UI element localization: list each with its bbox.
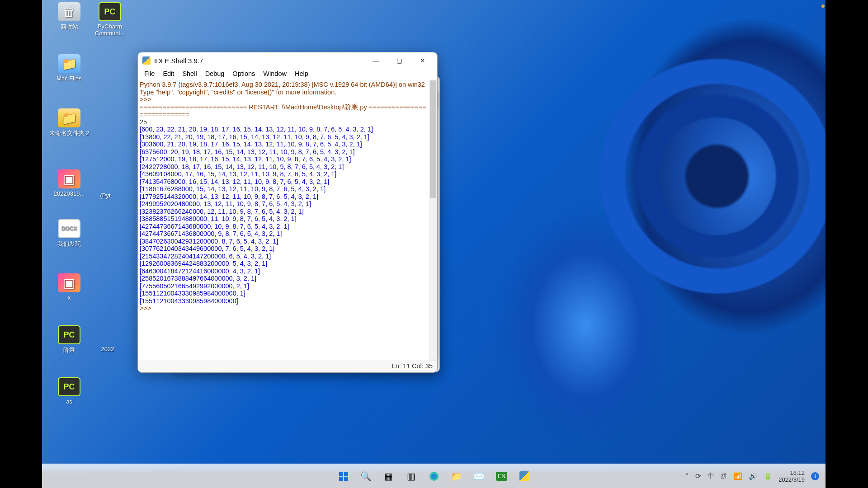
- output-line: [129260083694424883200000, 5, 4, 3, 2, 1…: [140, 260, 267, 267]
- pycharm-icon: PC: [99, 2, 121, 21]
- desktop-icon-jiecheng[interactable]: PC阶乘: [49, 325, 90, 354]
- windows-icon: [338, 471, 349, 482]
- menu-edit[interactable]: Edit: [159, 69, 178, 80]
- battery-icon[interactable]: 🔋: [764, 472, 772, 480]
- widgets-button[interactable]: ▥: [401, 467, 421, 485]
- pycharm-icon: PC: [58, 325, 80, 344]
- ime-en-icon: EN: [496, 472, 507, 481]
- clock-time: 18:12: [778, 469, 805, 476]
- menubar: File Edit Shell Debug Options Window Hel…: [138, 69, 437, 80]
- taskbar-ime[interactable]: EN: [492, 467, 512, 485]
- edge-icon: [429, 471, 439, 482]
- desktop-icon-unnamed-folder[interactable]: 📁未命名文件夹 2: [49, 108, 90, 137]
- mail-icon: ✉️: [473, 471, 485, 482]
- recording-indicator-icon: [821, 5, 825, 8]
- output-line: [32382376266240000, 12, 11, 10, 9, 8, 7,…: [140, 208, 304, 215]
- output-line: [177925144320000, 14, 13, 12, 11, 10, 9,…: [140, 193, 318, 200]
- icon-label: (Pyt: [85, 192, 126, 199]
- titlebar[interactable]: IDLE Shell 3.9.7 — ▢ ✕: [138, 52, 437, 69]
- desktop-icon-2022[interactable]: 2022: [87, 346, 128, 352]
- shell-output[interactable]: Python 3.9.7 (tags/v3.9.7:1016ef3, Aug 3…: [138, 80, 429, 361]
- desktop-icon-pycharm[interactable]: PCPyCharm Communi...: [90, 2, 130, 37]
- ime-indicator[interactable]: 中: [708, 472, 714, 480]
- widgets-icon: ▥: [407, 471, 415, 482]
- sync-icon[interactable]: ⟳: [695, 472, 701, 480]
- svg-rect-3: [344, 477, 348, 481]
- folder-icon: 📁: [451, 471, 462, 482]
- window-title: IDLE Shell 3.9.7: [154, 57, 362, 65]
- minimize-button[interactable]: —: [366, 54, 386, 67]
- output-line: [6375600, 20, 19, 18, 17, 16, 15, 14, 13…: [140, 148, 355, 155]
- idle-shell-window[interactable]: IDLE Shell 3.9.7 — ▢ ✕ File Edit Shell D…: [137, 52, 438, 373]
- user-input: 25: [140, 118, 147, 126]
- docx-icon: DOCX: [58, 219, 80, 238]
- output-line: [11861676288000, 15, 14, 13, 12, 11, 10,…: [140, 185, 326, 192]
- desktop-icon-pyt[interactable]: (Pyt: [85, 192, 126, 199]
- close-button[interactable]: ✕: [413, 54, 433, 67]
- output-line: [2490952020480000, 13, 12, 11, 10, 9, 8,…: [140, 200, 311, 207]
- output-line: [741354768000, 16, 15, 14, 13, 12, 11, 1…: [140, 178, 329, 185]
- volume-icon[interactable]: 🔊: [749, 472, 757, 480]
- taskbar-edge[interactable]: [424, 467, 444, 485]
- output-line: [646300418472124416000000, 4, 3, 2, 1]: [140, 267, 260, 275]
- menu-help[interactable]: Help: [291, 69, 312, 80]
- svg-rect-2: [339, 477, 343, 481]
- output-line: [43609104000, 17, 16, 15, 14, 13, 12, 11…: [140, 170, 336, 178]
- output-line: [3077621040343449600000, 7, 6, 5, 4, 3, …: [140, 245, 274, 252]
- output-line: [4274473667143680000, 10, 9, 8, 7, 6, 5,…: [140, 223, 289, 230]
- output-line: [15511210043330985984000000, 1]: [140, 290, 245, 297]
- search-icon: 🔍: [360, 471, 372, 482]
- desktop-icon-as[interactable]: PCas: [49, 377, 90, 405]
- output-line: [388588515194880000, 11, 10, 9, 8, 7, 6,…: [140, 215, 297, 222]
- menu-options[interactable]: Options: [229, 69, 259, 80]
- desktop[interactable]: 🗑回收站 PCPyCharm Communi... 📁Mac Files 📁未命…: [42, 0, 826, 470]
- taskbar-explorer[interactable]: 📁: [447, 467, 467, 485]
- desktop-icon-video-1[interactable]: ▣20220319...: [49, 169, 90, 197]
- tray-chevron-icon[interactable]: ˄: [685, 472, 689, 480]
- taskview-icon: ▦: [384, 471, 393, 482]
- output-line: [21543347282404147200000, 6, 5, 4, 3, 2,…: [140, 253, 271, 260]
- taskbar-idle[interactable]: [514, 467, 534, 485]
- restart-line: ============================ RESTART: \\…: [140, 103, 426, 118]
- wifi-icon[interactable]: 📶: [734, 472, 742, 480]
- folder-icon: 📁: [58, 54, 80, 73]
- taskbar[interactable]: 🔍 ▦ ▥ 📁 ✉️ EN ˄ ⟳ 中 拼 📶 🔊 🔋 18:12 2022/3…: [42, 464, 826, 488]
- output-line: [7755605021665492992000000, 2, 1]: [140, 282, 249, 290]
- python-banner-2: Type "help", "copyright", "credits" or "…: [140, 89, 336, 96]
- icon-label: x: [49, 294, 90, 301]
- output-line: [15511210043330985984000000]: [140, 297, 238, 305]
- output-line: [13800, 22, 21, 20, 19, 18, 17, 16, 15, …: [140, 133, 369, 141]
- svg-rect-1: [344, 472, 348, 476]
- icon-label: 2022: [87, 346, 128, 352]
- svg-rect-0: [339, 472, 343, 476]
- wallpaper-flower: [464, 0, 826, 470]
- desktop-icon-docx[interactable]: DOCX我们发现: [49, 219, 90, 248]
- taskbar-mail[interactable]: ✉️: [469, 467, 489, 485]
- icon-label: 20220319...: [49, 190, 90, 197]
- ime-pinyin-indicator[interactable]: 拼: [721, 472, 727, 480]
- maximize-button[interactable]: ▢: [389, 54, 409, 67]
- statusbar: Ln: 11 Col: 35: [138, 361, 437, 372]
- python-banner: Python 3.9.7 (tags/v3.9.7:1016ef3, Aug 3…: [140, 81, 425, 88]
- folder-icon: 📁: [58, 108, 80, 127]
- python-icon: [519, 471, 529, 481]
- taskbar-clock[interactable]: 18:12 2022/3/19: [778, 469, 805, 483]
- menu-window[interactable]: Window: [259, 69, 290, 80]
- search-button[interactable]: 🔍: [356, 467, 376, 485]
- start-button[interactable]: [334, 467, 354, 485]
- desktop-icon-mac-files[interactable]: 📁Mac Files: [49, 54, 90, 82]
- scrollbar[interactable]: [429, 80, 437, 361]
- menu-shell[interactable]: Shell: [179, 69, 200, 80]
- cursor-position: Ln: 11 Col: 35: [392, 362, 433, 370]
- output-line: [2585201673888497664000000, 3, 2, 1]: [140, 275, 256, 282]
- icon-label: 未命名文件夹 2: [49, 129, 90, 137]
- icon-label: Mac Files: [49, 75, 90, 82]
- menu-file[interactable]: File: [141, 69, 158, 80]
- desktop-icon-recycle-bin[interactable]: 🗑回收站: [49, 2, 90, 31]
- video-icon: ▣: [58, 169, 80, 188]
- taskview-button[interactable]: ▦: [379, 467, 399, 485]
- notification-badge[interactable]: 1: [811, 472, 819, 480]
- menu-debug[interactable]: Debug: [202, 69, 228, 80]
- desktop-icon-video-2[interactable]: ▣x: [49, 273, 90, 301]
- prompt: >>>: [140, 96, 153, 103]
